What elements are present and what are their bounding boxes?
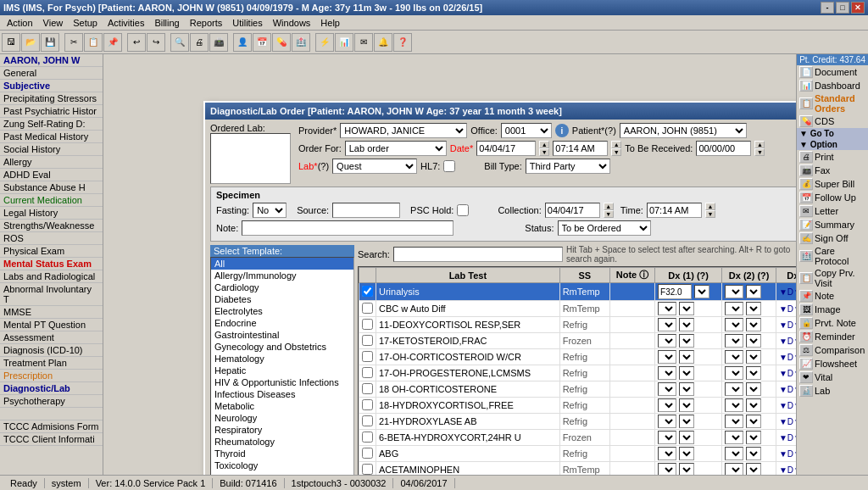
sidebar-item-strengths[interactable]: Strengths/Weaknesse [0, 220, 103, 232]
dx2-select-7[interactable] [725, 398, 743, 412]
tb-btn-19[interactable]: 🔔 [374, 33, 392, 52]
coll-t-up[interactable]: ▲ [705, 203, 715, 210]
rs-copy-prv[interactable]: 📋 Copy Prv. Visit [797, 267, 868, 289]
minimize-button[interactable]: - [821, 2, 834, 14]
dx1-arrow-10[interactable]: ▼ [679, 447, 694, 460]
tb-btn-4[interactable]: ✂ [64, 33, 83, 52]
sidebar-item-adhd[interactable]: ADHD Eval [0, 169, 103, 181]
menu-help[interactable]: Help [315, 17, 345, 29]
date-input[interactable] [476, 141, 536, 156]
tb-btn-9[interactable]: 🔍 [170, 33, 189, 52]
lab-select[interactable]: Quest [332, 159, 417, 174]
dx2-select-6[interactable] [725, 382, 743, 396]
sidebar-item-abnormal[interactable]: Abnormal Involuntary T [0, 283, 103, 306]
dx2-arrow-1[interactable]: ▼ [746, 302, 761, 315]
dx1-arrow-8[interactable]: ▼ [679, 415, 694, 428]
test-checkbox-10[interactable] [362, 448, 373, 459]
search-input[interactable] [393, 247, 563, 262]
maximize-button[interactable]: □ [836, 2, 849, 14]
test-dx1-10[interactable]: ▼ [655, 446, 722, 462]
sidebar-item-tccc-client[interactable]: TCCC Client Informati [0, 433, 103, 446]
dx1-arrow-3[interactable]: ▼ [679, 334, 694, 348]
test-dx-0[interactable]: ▼D▼ [776, 283, 796, 301]
sidebar-item-medication[interactable]: Current Medication [0, 194, 103, 207]
coll-up[interactable]: ▲ [604, 203, 614, 210]
dx1-arrow-5[interactable]: ▼ [679, 366, 694, 380]
col-lab-test[interactable]: Lab Test [376, 268, 560, 283]
menu-activities[interactable]: Activities [103, 17, 149, 29]
template-item-hepatic[interactable]: Hepatic [211, 365, 353, 376]
time-down[interactable]: ▼ [611, 148, 621, 156]
template-item-gynecology[interactable]: Gynecology and Obstetrics [211, 341, 353, 353]
dx1-arrow-7[interactable]: ▼ [679, 398, 694, 412]
sidebar-item-patient[interactable]: AARON, JOHN W [0, 54, 103, 67]
dx1-arrow-0[interactable]: ▼ [694, 285, 709, 298]
dx2-arrow-2[interactable]: ▼ [746, 318, 761, 331]
fasting-select[interactable]: No Yes [253, 203, 287, 218]
template-item-infectious[interactable]: Infectious Diseases [211, 388, 353, 400]
template-item-respiratory[interactable]: Respiratory [211, 424, 353, 436]
test-checkbox-4[interactable] [362, 351, 373, 362]
test-checkbox-2[interactable] [362, 319, 373, 330]
template-item-hiv[interactable]: HIV & Opportunistic Infections [211, 376, 353, 388]
rs-follow-up[interactable]: 📅 Follow Up [797, 191, 868, 204]
sidebar-item-allergy[interactable]: Allergy [0, 156, 103, 169]
test-dx1-4[interactable]: ▼ [655, 349, 722, 365]
test-dx2-9[interactable]: ▼ [722, 430, 776, 446]
tb-btn-5[interactable]: 📋 [84, 33, 103, 52]
office-select[interactable]: 0001 [501, 123, 552, 138]
date-up[interactable]: ▲ [539, 141, 549, 148]
test-dx-11[interactable]: ▼D▼ [776, 462, 796, 476]
test-dx1-1[interactable]: ▼ [655, 301, 722, 317]
note-input[interactable] [242, 220, 453, 236]
tb-btn-20[interactable]: ❓ [393, 33, 412, 52]
rs-summary[interactable]: 📝 Summary [797, 218, 868, 231]
test-checkbox-7[interactable] [362, 399, 373, 410]
template-item-cardiology[interactable]: Cardiology [211, 281, 353, 293]
rs-cds[interactable]: 💊 CDS [797, 114, 868, 128]
template-item-allergy[interactable]: Allergy/Immunology [211, 270, 353, 281]
test-dx1-8[interactable]: ▼ [655, 414, 722, 430]
tb-btn-11[interactable]: 📠 [209, 33, 228, 52]
rs-flowsheet[interactable]: 📈 Flowsheet [797, 357, 868, 370]
tb-btn-10[interactable]: 🖨 [190, 33, 209, 52]
table-row[interactable]: 18 OH-CORTICOSTERONE Refrig ▼ ▼ ▼D▼ Not … [359, 381, 797, 398]
tb-btn-8[interactable]: ↪ [147, 33, 165, 52]
rs-print[interactable]: 🖨 Print [797, 150, 868, 164]
template-item-hematology[interactable]: Hematology [211, 353, 353, 365]
tb-btn-15[interactable]: 🏥 [292, 33, 310, 52]
test-dx-5[interactable]: ▼D▼ [776, 365, 796, 381]
table-row[interactable]: 17-OH-CORTICOSTEROID W/CR Refrig ▼ ▼ ▼D▼… [359, 349, 797, 365]
dx1-arrow-1[interactable]: ▼ [679, 302, 694, 315]
sidebar-item-zung[interactable]: Zung Self-Rating D: [0, 118, 103, 131]
test-dx2-10[interactable]: ▼ [722, 446, 776, 462]
time-spinner[interactable]: ▲ ▼ [611, 141, 621, 156]
sidebar-item-physical[interactable]: Physical Exam [0, 245, 103, 258]
test-dx1-6[interactable]: ▼ [655, 381, 722, 398]
dx2-arrow-8[interactable]: ▼ [746, 415, 761, 428]
table-row[interactable]: 18-HYDROXYCORTISOL,FREE Refrig ▼ ▼ ▼D▼ N… [359, 398, 797, 414]
template-item-gastro[interactable]: Gastrointestinal [211, 329, 353, 341]
sidebar-item-diagnosis[interactable]: Diagnosis (ICD-10) [0, 344, 103, 357]
dx1-select-10[interactable] [658, 447, 676, 460]
col-note[interactable]: Note ⓘ [610, 268, 655, 283]
sidebar-item-labs[interactable]: Labs and Radiological [0, 270, 103, 283]
dx1-select-9[interactable] [658, 431, 676, 444]
tb-btn-14[interactable]: 💊 [272, 33, 291, 52]
table-row[interactable]: ABG Refrig ▼ ▼ ▼D▼ Not Req ▼ [359, 446, 797, 462]
dx2-arrow-10[interactable]: ▼ [746, 447, 761, 460]
sidebar-item-mental-pt[interactable]: Mental PT Question [0, 319, 103, 331]
test-dx2-11[interactable]: ▼ [722, 462, 776, 476]
sidebar-item-diagnostic[interactable]: Diagnostic/Lab [0, 382, 103, 395]
test-dx1-11[interactable]: ▼ [655, 462, 722, 476]
dx1-arrow-4[interactable]: ▼ [679, 350, 694, 364]
test-dx-1[interactable]: ▼D▼ [776, 301, 796, 317]
test-checkbox-9[interactable] [362, 432, 373, 443]
col-ss[interactable]: SS [559, 268, 609, 283]
sidebar-item-legal[interactable]: Legal History [0, 207, 103, 220]
test-dx2-5[interactable]: ▼ [722, 365, 776, 381]
collection-time-input[interactable] [647, 203, 702, 218]
template-item-thyroid[interactable]: Thyroid [211, 448, 353, 459]
patient-select[interactable]: AARON, JOHN (9851) [620, 123, 747, 138]
rs-fax[interactable]: 📠 Fax [797, 164, 868, 177]
